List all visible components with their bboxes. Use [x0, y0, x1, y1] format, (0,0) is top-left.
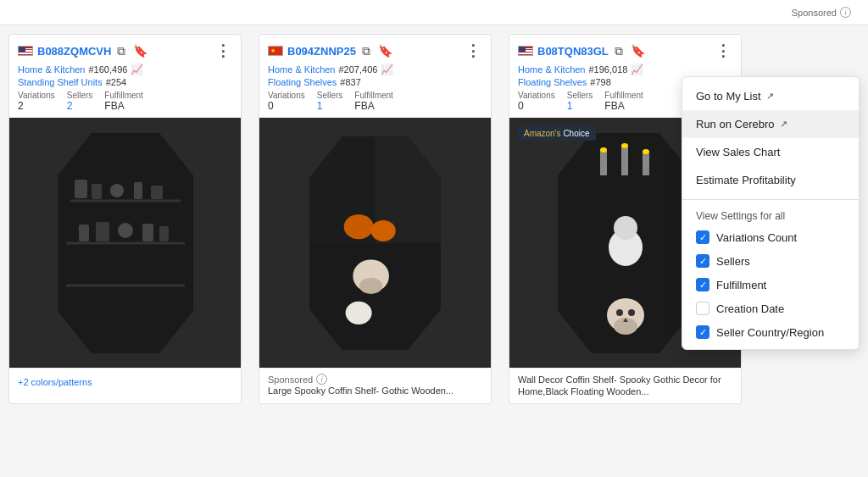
subcategory-rank-1: #254 [106, 77, 126, 87]
sellers-stat-2: Sellers 1 [317, 91, 343, 112]
fulfillment-value-3: FBA [604, 100, 643, 112]
bookmark-button-1[interactable]: 🔖 [131, 43, 149, 58]
svg-rect-8 [151, 186, 163, 199]
svg-point-30 [614, 216, 637, 240]
svg-rect-12 [142, 224, 153, 241]
checkbox-label-seller-country: Seller Country/Region [716, 326, 824, 339]
copy-button-3[interactable]: ⧉ [613, 43, 625, 58]
copy-button-2[interactable]: ⧉ [360, 43, 372, 58]
checkbox-fulfillment[interactable]: Fulfillment [682, 273, 859, 297]
svg-rect-27 [643, 152, 649, 175]
sponsored-info-icon[interactable]: i [840, 7, 851, 18]
svg-rect-23 [600, 150, 607, 175]
product-title-2: Large Spooky Coffin Shelf- Gothic Wooden… [268, 385, 482, 397]
stats-row-1: Variations 2 Sellers 2 Fulfillment FBA [18, 91, 232, 112]
menu-item-go-to-my-list[interactable]: Go to My List ↗ [682, 82, 859, 110]
card-footer-2: Sponsored i Large Spooky Coffin Shelf- G… [259, 368, 491, 402]
bookmark-button-3[interactable]: 🔖 [629, 43, 647, 58]
external-icon-1: ↗ [766, 91, 774, 102]
flag-us-3 [518, 46, 533, 56]
checkbox-seller-country[interactable]: Seller Country/Region [682, 320, 859, 344]
subcategory-link-3[interactable]: Floating Shelves [518, 77, 587, 87]
svg-rect-10 [96, 222, 109, 241]
category-link-1[interactable]: Home & Kitchen [18, 64, 85, 75]
variations-value-1: 2 [18, 100, 55, 112]
fulfillment-value-2: FBA [354, 100, 393, 112]
menu-item-run-on-cerebro[interactable]: Run on Cerebro ↗ [682, 110, 859, 138]
checkbox-label-creation-date: Creation Date [716, 302, 784, 315]
trend-icon-3: 📈 [631, 64, 643, 75]
rank-badge-1: #160,496 [88, 64, 127, 75]
subcategory-link-1[interactable]: Standing Shelf Units [18, 77, 103, 87]
checkbox-label-variations-count: Variations Count [716, 231, 797, 244]
menu-label-run-on-cerebro: Run on Cerebro [696, 118, 775, 130]
svg-point-21 [346, 301, 372, 324]
product-card-2: B094ZNNP25 ⧉ 🔖 ⋮ Home & Kitchen #207,406… [259, 34, 492, 404]
menu-label-go-to-my-list: Go to My List [696, 90, 761, 103]
card-image-2 [259, 118, 491, 368]
asin-link-1[interactable]: B088ZQMCVH [37, 45, 111, 58]
menu-item-view-sales-chart[interactable]: View Sales Chart [682, 138, 859, 166]
flag-us-1 [18, 46, 33, 56]
svg-rect-25 [621, 146, 628, 175]
sellers-stat-1: Sellers 2 [67, 91, 93, 112]
three-dots-button-1[interactable]: ⋮ [214, 42, 232, 60]
bookmark-button-2[interactable]: 🔖 [376, 43, 394, 58]
stats-row-2: Variations 0 Sellers 1 Fulfillment FBA [268, 91, 482, 112]
amazon-text: Amazon's [524, 129, 561, 138]
three-dots-button-2[interactable]: ⋮ [464, 42, 482, 60]
subcategory-link-2[interactable]: Floating Shelves [268, 77, 337, 87]
svg-marker-16 [309, 243, 441, 350]
choice-suffix: Choice [563, 129, 589, 138]
copy-button-1[interactable]: ⧉ [115, 43, 127, 58]
fulfillment-label-3: Fulfillment [604, 91, 643, 100]
settings-section-label: View Settings for all [682, 205, 859, 225]
sellers-label-3: Sellers [567, 91, 593, 100]
category-link-2[interactable]: Home & Kitchen [268, 64, 335, 75]
sellers-label-2: Sellers [317, 91, 343, 100]
card-footer-1: +2 colors/patterns [9, 368, 241, 394]
dropdown-menu: Go to My List ↗ Run on Cerebro ↗ View Sa… [682, 76, 860, 350]
svg-rect-13 [159, 226, 169, 241]
checkbox-creation-date[interactable]: Creation Date [682, 297, 859, 320]
rank-badge-3: #196,018 [588, 64, 627, 75]
coffin-svg-2 [309, 129, 441, 358]
menu-label-view-sales-chart: View Sales Chart [696, 146, 780, 158]
fulfillment-stat-3: Fulfillment FBA [604, 91, 643, 112]
asin-link-2[interactable]: B094ZNNP25 [287, 45, 356, 58]
colors-link-1[interactable]: +2 colors/patterns [18, 377, 92, 387]
sellers-value-2: 1 [317, 100, 343, 112]
checkbox-icon-creation-date [696, 302, 709, 315]
checkbox-icon-seller-country [696, 325, 709, 339]
sellers-value-3: 1 [567, 100, 593, 112]
three-dots-button-3[interactable]: ⋮ [714, 42, 732, 60]
subcategory-rank-2: #837 [340, 77, 360, 87]
sponsored-info-icon-2[interactable]: i [316, 374, 327, 385]
category-link-3[interactable]: Home & Kitchen [518, 64, 585, 75]
rank-badge-2: #207,406 [338, 64, 377, 75]
asin-link-3[interactable]: B08TQN83GL [537, 45, 609, 58]
checkbox-icon-sellers [696, 254, 709, 268]
coffin-svg-1 [58, 133, 193, 353]
coffin-svg-3 [558, 133, 693, 353]
menu-label-estimate-profitability: Estimate Profitability [696, 174, 796, 186]
sponsored-text-2: Sponsored [268, 374, 313, 385]
fulfillment-value-1: FBA [104, 100, 143, 112]
fulfillment-label-1: Fulfillment [104, 91, 143, 100]
svg-point-33 [616, 309, 623, 316]
fulfillment-stat-1: Fulfillment FBA [104, 91, 143, 112]
trend-icon-2: 📈 [381, 64, 393, 75]
top-bar: Sponsored i [0, 0, 868, 25]
menu-item-estimate-profitability[interactable]: Estimate Profitability [682, 166, 859, 194]
checkbox-variations-count[interactable]: Variations Count [682, 225, 859, 249]
svg-point-26 [621, 143, 628, 148]
svg-point-20 [359, 277, 382, 293]
card-title-left-2: B094ZNNP25 ⧉ 🔖 [268, 43, 394, 58]
sponsored-text: Sponsored [792, 8, 837, 18]
sellers-label-1: Sellers [67, 91, 93, 100]
checkbox-sellers[interactable]: Sellers [682, 249, 859, 273]
card-header-1: B088ZQMCVH ⧉ 🔖 ⋮ Home & Kitchen #160,496… [9, 35, 241, 118]
sellers-value-1: 2 [67, 100, 93, 112]
external-icon-2: ↗ [780, 119, 787, 130]
checkbox-label-sellers: Sellers [716, 255, 750, 268]
